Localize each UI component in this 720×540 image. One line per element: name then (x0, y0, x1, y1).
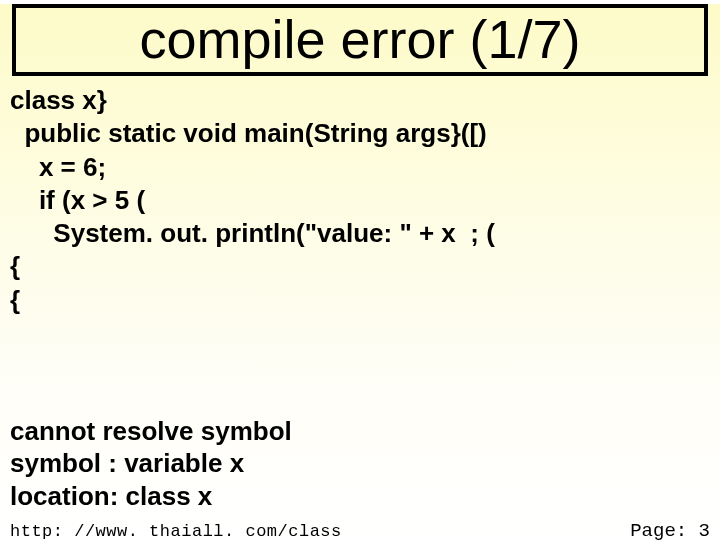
code-line: { (10, 250, 710, 283)
code-line: System. out. println("value: " + x ; ( (10, 217, 710, 250)
code-line: public static void main(String args}([) (10, 117, 710, 150)
code-block: class x} public static void main(String … (0, 84, 720, 317)
error-block: cannot resolve symbol symbol : variable … (10, 415, 292, 513)
footer: http: //www. thaiall. com/class Page: 3 (0, 520, 720, 540)
code-line: class x} (10, 84, 710, 117)
error-line: location: class x (10, 480, 292, 513)
error-line: symbol : variable x (10, 447, 292, 480)
slide-title: compile error (1/7) (139, 9, 580, 69)
code-line: x = 6; (10, 151, 710, 184)
code-line: { (10, 284, 710, 317)
footer-url: http: //www. thaiall. com/class (10, 522, 342, 540)
code-line: if (x > 5 ( (10, 184, 710, 217)
footer-page: Page: 3 (630, 520, 710, 540)
error-line: cannot resolve symbol (10, 415, 292, 448)
title-box: compile error (1/7) (12, 4, 708, 76)
slide: compile error (1/7) class x} public stat… (0, 4, 720, 540)
